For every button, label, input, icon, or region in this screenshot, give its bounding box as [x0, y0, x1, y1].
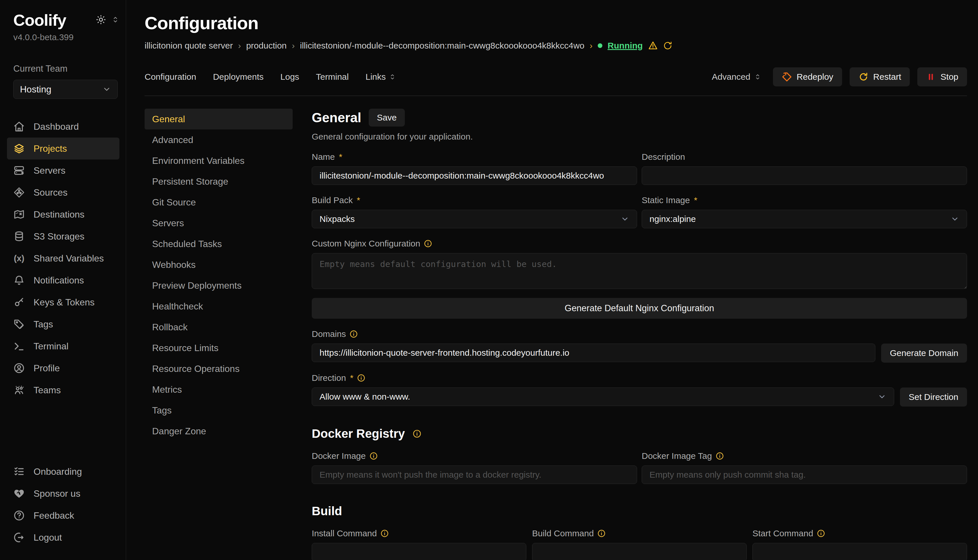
- docker-image-tag-input[interactable]: [642, 465, 967, 484]
- docker-image-input[interactable]: [312, 465, 637, 484]
- domains-label: Domains: [312, 329, 346, 339]
- breadcrumb-environment[interactable]: production: [246, 41, 287, 50]
- domains-input[interactable]: [312, 343, 875, 362]
- tab-logs[interactable]: Logs: [281, 72, 299, 82]
- sidebar-item-dashboard[interactable]: Dashboard: [7, 116, 119, 138]
- direction-select[interactable]: Allow www & non-www.: [312, 387, 894, 406]
- sidebar-item-sources[interactable]: Sources: [7, 182, 119, 203]
- sidebar-item-destinations[interactable]: Destinations: [7, 203, 119, 225]
- sidebar-item-label: Feedback: [33, 510, 74, 521]
- docker-image-tag-label: Docker Image Tag: [642, 451, 712, 461]
- sidebar-item-tags[interactable]: Tags: [7, 313, 119, 335]
- subnav-webhooks[interactable]: Webhooks: [145, 254, 293, 275]
- start-command-input[interactable]: [752, 543, 967, 560]
- sidebar-item-projects[interactable]: Projects: [7, 138, 119, 160]
- sidebar-item-logout[interactable]: Logout: [7, 527, 119, 548]
- advanced-dropdown[interactable]: Advanced: [712, 72, 761, 82]
- sidebar-item-profile[interactable]: Profile: [7, 357, 119, 379]
- redeploy-button[interactable]: Redeploy: [773, 67, 842, 87]
- tab-terminal[interactable]: Terminal: [316, 72, 349, 82]
- save-button[interactable]: Save: [369, 108, 405, 127]
- subnav-general[interactable]: General: [145, 108, 293, 130]
- breadcrumb-project[interactable]: illicitonion quote server: [145, 41, 233, 50]
- team-select-value: Hosting: [20, 84, 52, 95]
- layers-icon: [13, 143, 25, 154]
- required-asterisk: *: [694, 195, 697, 205]
- checklist-icon: [13, 466, 25, 477]
- subnav-scheduled-tasks[interactable]: Scheduled Tasks: [145, 233, 293, 254]
- sidebar-item-sponsor-us[interactable]: Sponsor us: [7, 483, 119, 505]
- stop-icon: [926, 72, 936, 82]
- sidebar-item-label: Onboarding: [33, 467, 82, 477]
- info-icon: [597, 529, 606, 538]
- theme-toggle-sun-icon[interactable]: [96, 15, 106, 25]
- subnav-persistent-storage[interactable]: Persistent Storage: [145, 171, 293, 192]
- install-command-input[interactable]: [312, 543, 526, 560]
- set-direction-button[interactable]: Set Direction: [900, 387, 967, 407]
- stop-label: Stop: [940, 72, 958, 82]
- help-circle-icon: [13, 510, 25, 521]
- logout-icon: [13, 532, 25, 543]
- sidebar-item-onboarding[interactable]: Onboarding: [7, 461, 119, 483]
- subnav-servers[interactable]: Servers: [145, 213, 293, 233]
- section-title-general: General: [312, 110, 361, 125]
- static-image-select[interactable]: nginx:alpine: [642, 210, 967, 228]
- sidebar-item-label: Logout: [33, 532, 62, 543]
- team-select[interactable]: Hosting: [13, 80, 118, 99]
- tab-configuration[interactable]: Configuration: [145, 72, 196, 82]
- static-image-label: Static Image: [642, 195, 690, 205]
- required-asterisk: *: [357, 195, 360, 205]
- start-command-label: Start Command: [752, 528, 813, 538]
- info-icon: [349, 330, 358, 338]
- section-title-build: Build: [312, 504, 342, 518]
- warning-icon[interactable]: [648, 41, 658, 50]
- sidebar-item-notifications[interactable]: Notifications: [7, 269, 119, 291]
- subnav-rollback[interactable]: Rollback: [145, 317, 293, 338]
- bell-icon: [13, 275, 25, 286]
- breadcrumb-application[interactable]: illicitestonion/-module--decomposition:m…: [300, 41, 584, 50]
- sidebar-item-servers[interactable]: Servers: [7, 160, 119, 182]
- chevron-down-icon: [620, 215, 629, 223]
- current-team-label: Current Team: [7, 42, 119, 74]
- sidebar-item-feedback[interactable]: Feedback: [7, 505, 119, 527]
- theme-switcher-chevrons-icon[interactable]: [111, 16, 119, 24]
- section-subtitle: General configuration for your applicati…: [312, 132, 967, 142]
- sidebar-item-keys-tokens[interactable]: Keys & Tokens: [7, 291, 119, 313]
- subnav-preview-deployments[interactable]: Preview Deployments: [145, 275, 293, 296]
- restart-button[interactable]: Restart: [849, 67, 910, 87]
- required-asterisk: *: [350, 373, 353, 383]
- subnav-resource-operations[interactable]: Resource Operations: [145, 358, 293, 379]
- tab-deployments[interactable]: Deployments: [213, 72, 263, 82]
- sidebar-item-label: Teams: [33, 385, 61, 396]
- info-icon: [357, 373, 366, 382]
- sidebar-item-teams[interactable]: Teams: [7, 379, 119, 401]
- generate-nginx-button[interactable]: Generate Default Nginx Configuration: [312, 298, 967, 319]
- subnav-healthcheck[interactable]: Healthcheck: [145, 296, 293, 317]
- status-badge[interactable]: Running: [608, 41, 643, 50]
- description-input[interactable]: [642, 167, 967, 185]
- subnav-tags[interactable]: Tags: [145, 400, 293, 421]
- app-version: v4.0.0-beta.399: [7, 28, 119, 42]
- info-icon: [716, 452, 724, 460]
- sidebar-item-s3-storages[interactable]: S3 Storages: [7, 225, 119, 247]
- subnav-danger-zone[interactable]: Danger Zone: [145, 421, 293, 442]
- generate-domain-button[interactable]: Generate Domain: [881, 343, 967, 363]
- build-pack-select[interactable]: Nixpacks: [312, 210, 637, 228]
- subnav-metrics[interactable]: Metrics: [145, 379, 293, 400]
- section-title-docker-registry: Docker Registry: [312, 427, 405, 441]
- info-icon: [412, 429, 421, 438]
- sidebar-item-terminal[interactable]: Terminal: [7, 335, 119, 357]
- name-input[interactable]: [312, 167, 637, 185]
- nginx-config-textarea[interactable]: [312, 253, 967, 289]
- refresh-icon[interactable]: [663, 41, 672, 50]
- subnav-resource-limits[interactable]: Resource Limits: [145, 338, 293, 358]
- subnav-git-source[interactable]: Git Source: [145, 192, 293, 213]
- sidebar-footer-nav: Onboarding Sponsor us Feedback Logout: [7, 461, 119, 548]
- tab-links[interactable]: Links: [366, 72, 396, 82]
- build-command-input[interactable]: [532, 543, 747, 560]
- subnav-advanced[interactable]: Advanced: [145, 130, 293, 150]
- stop-button[interactable]: Stop: [917, 67, 967, 87]
- restart-icon: [858, 72, 869, 82]
- subnav-environment-variables[interactable]: Environment Variables: [145, 150, 293, 171]
- sidebar-item-shared-variables[interactable]: (x)Shared Variables: [7, 247, 119, 269]
